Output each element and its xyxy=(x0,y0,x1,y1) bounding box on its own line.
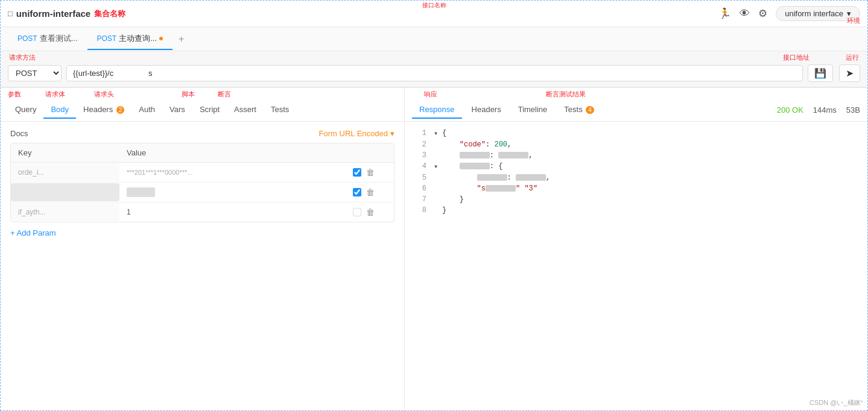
url-input[interactable] xyxy=(66,65,803,81)
line-num-8: 8 xyxy=(410,206,426,215)
line-num-7: 7 xyxy=(410,195,426,204)
line-num-2: 2 xyxy=(410,140,426,149)
params-table-header: Key Value xyxy=(11,143,394,163)
add-param-button[interactable]: + Add Param xyxy=(1,222,404,243)
right-panel: 响应 断言测试结果 Response Headers Timeline Test… xyxy=(405,88,867,411)
sub-tabs-container: 参数 请求体 请求头 脚本 断言 Query Body Headers 2 Au… xyxy=(1,88,404,122)
col-header-actions xyxy=(346,143,394,162)
line-content-4: : { xyxy=(442,162,502,171)
interface-name-label: 接口名称 xyxy=(422,1,446,10)
sub-tab-tests[interactable]: Tests xyxy=(264,101,296,119)
assert-label-annotation: 断言测试结果 xyxy=(546,90,586,99)
docs-link[interactable]: Docs xyxy=(10,129,28,138)
save-button[interactable]: 💾 xyxy=(808,64,833,82)
table-row: ██████ █ data 🗑 xyxy=(11,183,394,202)
line-arrow-1[interactable]: ▾ xyxy=(434,129,442,138)
url-bar: POST GET PUT DELETE 💾 ➤ xyxy=(1,62,867,87)
code-line-3: 3 : , xyxy=(405,150,867,161)
sub-tab-body[interactable]: Body xyxy=(43,101,76,119)
status-badge: 200 OK xyxy=(777,105,803,115)
tab-post-query[interactable]: POST 主动查询... 接口名称 xyxy=(87,28,173,50)
tabs-bar: POST 查看测试... POST 主动查询... 接口名称 + xyxy=(1,27,867,51)
tab-add-button[interactable]: + xyxy=(173,29,190,49)
response-tab-tests[interactable]: Tests 4 xyxy=(557,101,601,119)
run-icon[interactable]: 🏃 xyxy=(718,7,731,20)
param-delete-2[interactable]: 🗑 xyxy=(366,187,375,197)
code-line-1: 1 ▾ { xyxy=(405,128,867,139)
env-name: uniform interface xyxy=(785,9,843,18)
param-delete-1[interactable]: 🗑 xyxy=(366,168,375,177)
line-arrow-4[interactable]: ▾ xyxy=(434,162,442,171)
response-size: 53B xyxy=(846,105,860,115)
param-key-3[interactable]: if_ayth... xyxy=(11,203,119,221)
response-time: 144ms xyxy=(813,105,837,115)
format-selector[interactable]: Form URL Encoded ▾ xyxy=(319,129,394,138)
params-table: Key Value orde_i... ***201***1***0000***… xyxy=(10,143,394,222)
topbar-right: 🏃 👁 ⚙ uniform interface ▾ xyxy=(718,6,860,21)
request-method-label: 请求方法 xyxy=(9,53,36,62)
line-num-3: 3 xyxy=(410,151,426,160)
method-select[interactable]: POST GET PUT DELETE xyxy=(8,65,62,81)
param-checkbox-1[interactable] xyxy=(353,168,361,177)
param-actions-3: 🗑 xyxy=(346,202,394,222)
line-num-1: 1 xyxy=(410,129,426,137)
line-content-3: : , xyxy=(442,151,533,160)
tab-name-1: 查看测试... xyxy=(40,33,78,44)
send-button[interactable]: ➤ xyxy=(839,64,860,82)
line-content-2: "code": 200, xyxy=(442,140,512,149)
sub-tabs: Query Body Headers 2 Auth Vars Script As… xyxy=(1,99,404,122)
sub-tab-assert[interactable]: Assert xyxy=(227,101,264,119)
sub-tab-script[interactable]: Script xyxy=(192,101,227,119)
line-content-5: : , xyxy=(442,174,550,182)
param-value-2[interactable]: █ data xyxy=(119,183,346,201)
left-panel: 参数 请求体 请求头 脚本 断言 Query Body Headers 2 Au… xyxy=(1,88,405,411)
line-content-1: { xyxy=(442,129,446,137)
settings-icon[interactable]: ⚙ xyxy=(758,7,767,20)
tab-method-1: POST xyxy=(17,34,37,43)
format-label: Form URL Encoded xyxy=(319,129,388,138)
response-tabs: Response Headers Timeline Tests 4 200 OK… xyxy=(405,99,867,122)
col-header-value: Value xyxy=(119,143,346,162)
response-tab-timeline[interactable]: Timeline xyxy=(511,101,555,119)
table-row: if_ayth... 1 🗑 xyxy=(11,202,394,222)
tab-post-view[interactable]: POST 查看测试... xyxy=(8,28,87,50)
collection-name: 集合名称 xyxy=(94,8,125,19)
line-content-6: "s" "3" xyxy=(442,184,537,193)
sub-tab-query[interactable]: Query xyxy=(8,101,43,119)
run-icons: 💾 ➤ xyxy=(808,64,860,82)
script-label-annotation: 脚本 xyxy=(182,90,195,99)
code-line-5: 5 : , xyxy=(405,172,867,183)
line-content-7: } xyxy=(442,195,464,204)
app-title: uniform-interface xyxy=(16,8,90,19)
code-line-6: 6 "s" "3" xyxy=(405,183,867,194)
param-value-1[interactable]: ***201***1***0000***... xyxy=(119,164,346,181)
response-body: 1 ▾ { 2 "code": 200, 3 : , xyxy=(405,122,867,411)
param-key-1[interactable]: orde_i... xyxy=(11,163,119,181)
main-content: 参数 请求体 请求头 脚本 断言 Query Body Headers 2 Au… xyxy=(1,88,867,411)
param-checkbox-3[interactable] xyxy=(353,208,361,216)
code-line-7: 7 } xyxy=(405,194,867,205)
body-panel: Docs Form URL Encoded ▾ Key Value orde_i… xyxy=(1,122,404,411)
line-num-5: 5 xyxy=(410,174,426,182)
env-label: 环境 xyxy=(847,16,860,25)
param-key-2[interactable]: ██████ xyxy=(11,183,119,201)
param-delete-3[interactable]: 🗑 xyxy=(366,207,375,217)
response-tab-headers[interactable]: Headers xyxy=(464,101,508,119)
sub-tab-auth[interactable]: Auth xyxy=(131,101,162,119)
app-logo: □ xyxy=(8,9,13,18)
line-content-8: } xyxy=(442,206,446,215)
param-actions-1: 🗑 xyxy=(346,163,394,182)
param-actions-2: 🗑 xyxy=(346,183,394,202)
response-tab-response[interactable]: Response xyxy=(412,101,462,119)
code-line-2: 2 "code": 200, xyxy=(405,139,867,150)
param-value-3[interactable]: 1 xyxy=(119,203,346,221)
url-bar-container: 请求方法 接口地址 运行 POST GET PUT DELETE 💾 ➤ xyxy=(1,51,867,88)
tests-badge: 4 xyxy=(586,106,594,114)
code-line-8: 8 } xyxy=(405,205,867,216)
eye-icon[interactable]: 👁 xyxy=(740,8,750,20)
table-row: orde_i... ***201***1***0000***... 🗑 xyxy=(11,163,394,183)
sub-tab-headers[interactable]: Headers 2 xyxy=(76,101,131,119)
line-num-6: 6 xyxy=(410,184,426,193)
param-checkbox-2[interactable] xyxy=(353,188,361,196)
sub-tab-vars[interactable]: Vars xyxy=(162,101,192,119)
